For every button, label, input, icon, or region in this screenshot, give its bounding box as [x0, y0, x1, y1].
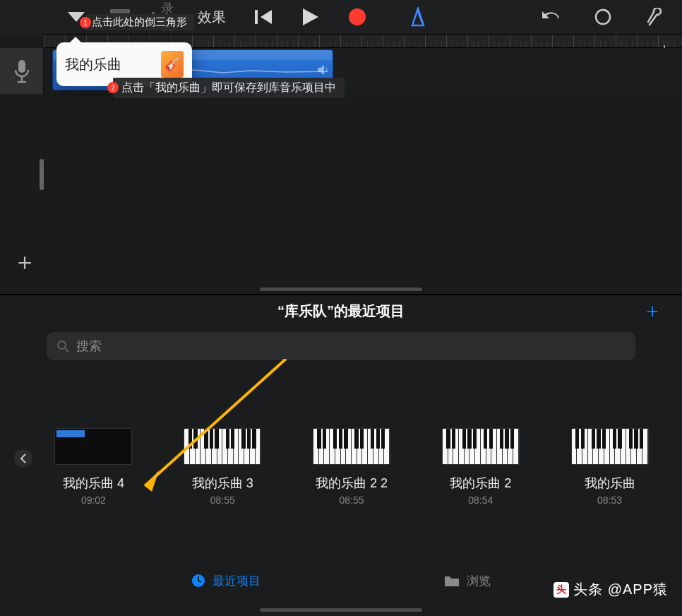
tooltip-badge: 2 [107, 82, 119, 93]
metronome-button[interactable] [405, 4, 431, 30]
home-indicator [260, 608, 422, 612]
home-indicator [260, 288, 422, 291]
tab-label: 最近项目 [213, 573, 261, 589]
chevron-left-icon [20, 454, 27, 463]
project-item[interactable]: 我的乐曲 208:54 [436, 428, 525, 506]
annotation-tooltip-2: 2 点击「我的乐曲」即可保存到库音乐项目中 [113, 78, 345, 98]
project-item[interactable]: 我的乐曲 2 208:55 [308, 428, 396, 506]
project-name: 我的乐曲 3 [192, 475, 253, 492]
svg-point-8 [349, 8, 366, 25]
project-time: 09:02 [81, 494, 106, 506]
tooltip-badge: 1 [80, 17, 91, 28]
watermark: 头 头条 @APP猿 [554, 580, 668, 599]
project-name: 我的乐曲 2 [450, 475, 511, 492]
project-item[interactable]: 我的乐曲 409:02 [49, 428, 138, 506]
toutiao-logo-icon: 头 [554, 582, 569, 598]
svg-line-17 [65, 348, 68, 352]
new-project-button[interactable]: ＋ [642, 297, 662, 324]
go-to-start-button[interactable] [251, 4, 277, 30]
transport-controls [251, 4, 431, 30]
project-thumbnail [184, 428, 261, 465]
back-button[interactable] [14, 449, 32, 468]
microphone-icon [13, 59, 30, 84]
project-thumbnail [442, 428, 520, 465]
garageband-app-icon [161, 51, 184, 78]
tab-recents[interactable]: 最近项目 [191, 573, 261, 589]
page-title: “库乐队”的最近项目 [277, 302, 405, 321]
add-track-button[interactable]: ＋ [13, 246, 37, 278]
project-time: 08:55 [210, 494, 235, 506]
track-resize-handle[interactable] [40, 159, 44, 190]
search-icon [56, 340, 69, 353]
speaker-icon [317, 64, 330, 76]
loop-browser-button[interactable] [590, 4, 616, 30]
svg-point-16 [58, 341, 66, 349]
project-item[interactable]: 我的乐曲 308:55 [179, 428, 267, 506]
svg-marker-9 [412, 8, 424, 25]
project-item[interactable]: 我的乐曲08:53 [566, 428, 654, 506]
garageband-recents: “库乐队”的最近项目 ＋ 我的乐曲 409:02我的乐曲 308:55我的乐曲 … [0, 295, 682, 616]
project-time: 08:54 [468, 494, 493, 506]
watermark-text: 头条 @APP猿 [573, 580, 668, 599]
svg-rect-5 [255, 10, 258, 24]
folder-icon [444, 574, 460, 587]
project-thumbnail [54, 428, 132, 465]
project-time: 08:53 [597, 494, 622, 506]
clock-icon [191, 574, 205, 588]
track-header[interactable] [0, 48, 44, 94]
my-songs-menu-item[interactable]: 我的乐曲 [65, 55, 161, 74]
project-thumbnail [313, 428, 390, 465]
search-field[interactable] [47, 332, 635, 360]
svg-rect-0 [110, 9, 130, 13]
project-name: 我的乐曲 2 2 [316, 475, 388, 492]
tooltip-text: 点击「我的乐曲」即可保存到库音乐项目中 [121, 81, 336, 93]
tab-browse[interactable]: 浏览 [444, 573, 491, 589]
annotation-tooltip-1: 1 点击此处的倒三角形 [85, 14, 194, 30]
svg-marker-7 [303, 8, 318, 25]
tab-label: 浏览 [467, 573, 491, 589]
project-name: 我的乐曲 [585, 475, 635, 492]
record-button[interactable] [345, 4, 370, 30]
svg-rect-12 [18, 60, 25, 73]
tooltip-text: 点击此处的倒三角形 [92, 16, 187, 28]
projects-grid: 我的乐曲 409:02我的乐曲 308:55我的乐曲 2 208:55我的乐曲 … [49, 428, 654, 506]
undo-button[interactable] [538, 4, 563, 30]
project-time: 08:55 [339, 494, 364, 506]
svg-marker-15 [318, 65, 324, 75]
garageband-editor: 录音 效果 [0, 0, 682, 294]
fx-button[interactable]: 效果 [198, 8, 226, 27]
search-input[interactable] [76, 339, 626, 354]
svg-marker-6 [261, 10, 272, 24]
settings-button[interactable] [642, 4, 668, 30]
project-thumbnail [571, 428, 649, 465]
project-name: 我的乐曲 4 [63, 475, 124, 492]
play-button[interactable] [298, 4, 323, 30]
